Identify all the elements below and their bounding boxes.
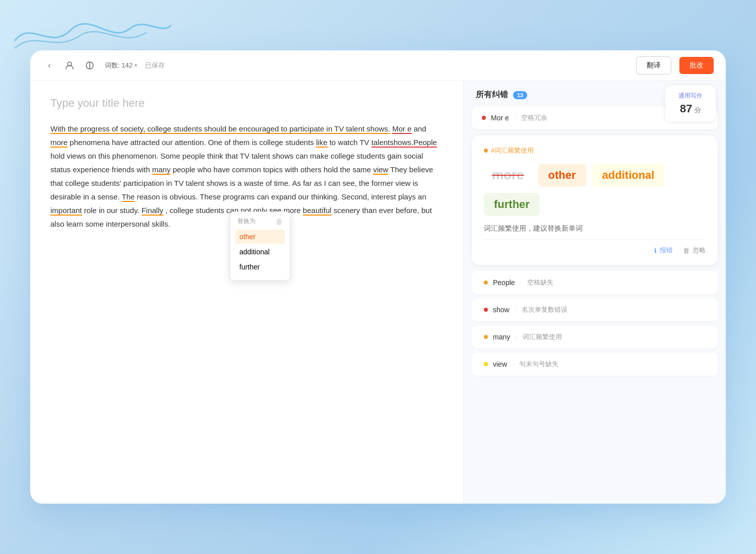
word-count-label: 词数: 142 (105, 61, 133, 70)
error-word-show: show (493, 306, 510, 314)
trash-icon: 🗑 (683, 247, 689, 254)
main-window: ‹ 词数: 142 ▾ 已保存 翻译 批改 (30, 50, 726, 504)
error-word-many: many (493, 333, 510, 341)
editor-title-placeholder[interactable]: Type your title here (50, 97, 443, 110)
toolbar-nav: ‹ (42, 58, 97, 73)
error-more2[interactable]: more (50, 138, 68, 148)
word-count-dropdown-arrow: ▾ (135, 62, 137, 68)
error-dot-view (484, 362, 488, 366)
errors-title-group: 所有纠错 13 (476, 90, 527, 100)
context-menu-popup: 替换为 🗑 other additional further (230, 212, 290, 281)
context-menu-delete-icon[interactable]: 🗑 (276, 218, 283, 226)
underlined-text-progress: With the progress of society, college st… (50, 124, 390, 134)
score-unit: 分 (695, 106, 701, 114)
errors-title: 所有纠错 (476, 90, 508, 100)
error-tag-dot (484, 149, 488, 153)
score-card: 通用写作 87 分 (665, 86, 716, 121)
word-count[interactable]: 词数: 142 ▾ (105, 61, 137, 70)
context-menu-header: 替换为 🗑 (235, 217, 285, 226)
error-list-item[interactable]: many · 词汇频繁使用 (472, 325, 718, 349)
original-word: more (484, 163, 532, 187)
content-area: Type your title here With the progress o… (30, 81, 726, 504)
underlined-like: like (316, 138, 328, 148)
review-button[interactable]: 批改 (679, 57, 714, 74)
more-error-word: Mor e (491, 114, 509, 122)
score-label: 通用写作 (675, 92, 706, 100)
saved-status: 已保存 (145, 61, 165, 70)
more-error-dot (482, 116, 486, 120)
info-icon: ℹ (654, 247, 657, 254)
underlined-important: important (50, 206, 82, 216)
error-list: People · 空格缺失 show · 名次单复数错误 many · 词汇频繁… (464, 271, 726, 376)
toolbar: ‹ 词数: 142 ▾ 已保存 翻译 批改 (30, 50, 726, 81)
word-option-further[interactable]: further (484, 193, 540, 216)
more-error-separator: · (514, 113, 516, 122)
context-menu-item-other[interactable]: other (235, 230, 285, 244)
word-options-row: more other additional further (484, 163, 706, 216)
word-option-additional[interactable]: additional (592, 164, 665, 187)
error-dot-many (484, 335, 488, 339)
score-value: 87 (680, 102, 692, 115)
error-dot-show (484, 308, 488, 312)
error-the[interactable]: The (122, 192, 135, 202)
error-word-view: view (493, 360, 507, 368)
error-tag-label: #词汇频繁使用 (491, 146, 534, 155)
right-panel: 所有纠错 13 通用写作 87 分 Mor e · 空格冗余 (464, 81, 726, 504)
user-icon[interactable] (62, 58, 77, 73)
error-list-item[interactable]: show · 名次单复数错误 (472, 298, 718, 321)
underlined-finally: Finally (142, 206, 163, 216)
error-actions: ℹ 报错 🗑 忽略 (484, 246, 706, 255)
error-view[interactable]: view (373, 165, 388, 175)
error-tag: #词汇频繁使用 (484, 146, 534, 155)
divider (484, 239, 706, 240)
more-error-type: 空格冗余 (521, 113, 547, 122)
underlined-beautiful: beautiful (303, 206, 332, 216)
error-more[interactable]: Mor e (392, 124, 411, 134)
error-talentshows[interactable]: talentshows.People (371, 138, 437, 148)
error-description: 词汇频繁使用，建议替换新单词 (484, 224, 706, 233)
error-list-item[interactable]: view · 句末句号缺失 (472, 353, 718, 376)
report-button[interactable]: ℹ 报错 (654, 246, 673, 255)
editor-panel[interactable]: Type your title here With the progress o… (30, 81, 464, 504)
error-list-item[interactable]: People · 空格缺失 (472, 271, 718, 294)
translate-button[interactable]: 翻译 (636, 56, 671, 75)
score-value-row: 87 分 (675, 102, 706, 115)
errors-count-badge: 13 (513, 91, 527, 99)
context-menu-item-additional[interactable]: additional (235, 245, 285, 259)
error-word-people: People (493, 279, 515, 287)
settings-icon[interactable] (83, 58, 97, 73)
word-option-other[interactable]: other (538, 164, 586, 187)
errors-header: 所有纠错 13 通用写作 87 分 (464, 81, 726, 106)
error-many[interactable]: many (152, 165, 171, 175)
ignore-button[interactable]: 🗑 忽略 (683, 246, 706, 255)
context-menu-label: 替换为 (237, 217, 256, 226)
back-button[interactable]: ‹ (42, 58, 56, 73)
error-detail-card: #词汇频繁使用 more other additional further 词汇… (472, 135, 718, 265)
error-dot-people (484, 281, 488, 285)
context-menu-item-further[interactable]: further (235, 260, 285, 274)
